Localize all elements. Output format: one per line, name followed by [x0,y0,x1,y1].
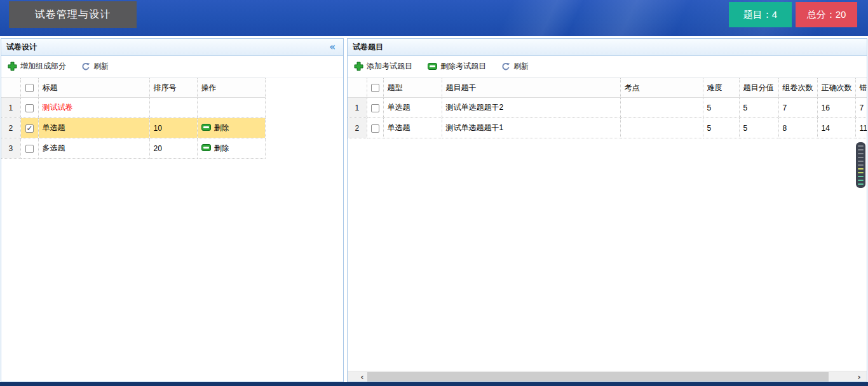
collapse-panel-icon[interactable]: « [329,39,336,55]
section-title-cell[interactable]: 单选题 [38,118,149,138]
minus-box-icon [201,144,211,153]
section-title-cell[interactable]: 测试试卷 [38,98,149,118]
row-checkbox[interactable] [25,145,34,153]
widget-stripe [858,161,864,162]
select-all-cell [367,78,383,98]
page: 试卷管理与设计 题目：4 总分：20 试卷设计 « 增加组成部分 刷新 [0,0,868,386]
score-cell: 5 [739,118,778,138]
add-question-label: 添加考试题目 [367,61,412,72]
select-all-cell [20,78,38,98]
top-bar: 试卷管理与设计 题目：4 总分：20 [0,0,868,36]
sort-cell: 10 [149,118,197,138]
scrollbar-thumb[interactable] [367,372,829,382]
select-all-checkbox[interactable] [25,84,34,92]
column-header-title[interactable]: 标题 [38,78,149,98]
row-number: 2 [348,118,367,138]
widget-stripe [858,153,864,154]
delete-question-label: 删除考试题目 [440,61,486,72]
page-bottom-strip [0,382,868,386]
table-header-row: 题型 题目题干 考点 难度 题目分值 组卷次数 正确次数 错误次数 [348,78,867,98]
paper-design-toolbar: 增加组成部分 刷新 [1,56,343,77]
widget-stripe [858,164,864,166]
operation-cell: 删除 [197,138,265,159]
widget-stripe [858,149,864,150]
questions-table: 题型 题目题干 考点 难度 题目分值 组卷次数 正确次数 错误次数 1 单选题 … [348,77,867,138]
row-checkbox[interactable] [371,124,379,133]
paper-questions-panel: 试卷题目 添加考试题目 删除考试题目 刷新 题型 [347,38,867,382]
column-header-point[interactable]: 考点 [620,78,703,98]
paper-count-cell: 7 [778,98,817,118]
delete-section-button[interactable]: 删除 [201,123,229,133]
score-cell: 5 [739,98,778,118]
wrong-count-cell: 7 [855,98,867,118]
add-question-button[interactable]: 添加考试题目 [354,61,412,72]
plus-icon [354,62,363,71]
widget-stripe [858,157,864,158]
refresh-label-right: 刷新 [513,61,529,72]
plus-icon [8,62,17,71]
table-row[interactable]: 2 单选题 测试单选题题干1 5 5 8 14 11 [348,118,867,138]
question-point-cell [620,98,703,118]
section-title-cell[interactable]: 多选题 [38,138,149,159]
row-number: 1 [1,98,20,118]
table-row[interactable]: 1 单选题 测试单选题题干2 5 5 7 16 7 [348,98,867,118]
row-checkbox-checked[interactable] [25,124,34,133]
column-header-difficulty[interactable]: 难度 [703,78,739,98]
sort-cell [149,98,197,118]
scroll-left-arrow-icon[interactable]: ‹ [357,371,367,382]
refresh-icon [501,62,510,71]
correct-count-cell: 14 [817,118,855,138]
widget-stripe [858,180,864,181]
row-number: 1 [348,98,367,118]
column-header-wrong-count[interactable]: 错误次数 [855,78,867,98]
delete-section-button[interactable]: 删除 [201,143,229,154]
column-header-paper-count[interactable]: 组卷次数 [778,78,817,98]
add-section-button[interactable]: 增加组成部分 [8,61,66,72]
refresh-icon [81,62,90,71]
minus-box-icon [201,124,211,133]
scroll-right-arrow-icon[interactable]: › [854,371,864,382]
minus-box-icon [428,63,437,70]
row-checkbox[interactable] [25,104,34,112]
select-all-checkbox[interactable] [371,84,379,92]
question-count-badge: 题目：4 [729,2,792,27]
table-row[interactable]: 3 多选题 20 删除 [1,138,265,159]
add-section-label: 增加组成部分 [20,61,66,72]
table-row[interactable]: 1 测试试卷 [1,98,265,118]
question-type-cell: 单选题 [383,98,442,118]
paper-design-panel: 试卷设计 « 增加组成部分 刷新 标题 排序号 操作 [1,38,344,382]
refresh-button-left[interactable]: 刷新 [81,61,109,72]
column-header-score[interactable]: 题目分值 [739,78,778,98]
paper-count-cell: 8 [778,118,817,138]
difficulty-cell: 5 [703,118,739,138]
delete-question-button[interactable]: 删除考试题目 [428,61,486,72]
total-score-badge: 总分：20 [796,2,857,27]
column-header-correct-count[interactable]: 正确次数 [817,78,855,98]
question-stem-cell: 测试单选题题干2 [442,98,620,118]
paper-questions-panel-title: 试卷题目 [353,43,383,51]
column-header-stem[interactable]: 题目题干 [442,78,620,98]
column-header-sort[interactable]: 排序号 [149,78,197,98]
row-checkbox[interactable] [371,104,379,112]
page-title: 试卷管理与设计 [9,1,137,28]
table-row-selected[interactable]: 2 单选题 10 删除 [1,118,265,138]
column-header-type[interactable]: 题型 [383,78,442,98]
paper-design-panel-header: 试卷设计 « [1,39,343,56]
refresh-button-right[interactable]: 刷新 [501,61,529,72]
paper-questions-panel-header: 试卷题目 [348,39,867,56]
question-point-cell [620,118,703,138]
row-number-header [1,78,20,98]
column-header-operation[interactable]: 操作 [197,78,265,98]
question-stem-cell: 测试单选题题干1 [442,118,620,138]
table-header-row: 标题 排序号 操作 [1,78,265,98]
horizontal-scrollbar[interactable]: ‹ › [348,371,867,382]
widget-stripe [858,145,864,147]
widget-stripe [858,172,864,173]
question-type-cell: 单选题 [383,118,442,138]
row-number: 3 [1,138,20,159]
paper-sections-table: 标题 排序号 操作 1 测试试卷 2 单选题 10 [1,77,266,159]
floating-scroll-widget[interactable] [856,142,865,188]
widget-stripe [858,176,864,177]
row-number: 2 [1,118,20,138]
sort-cell: 20 [149,138,197,159]
